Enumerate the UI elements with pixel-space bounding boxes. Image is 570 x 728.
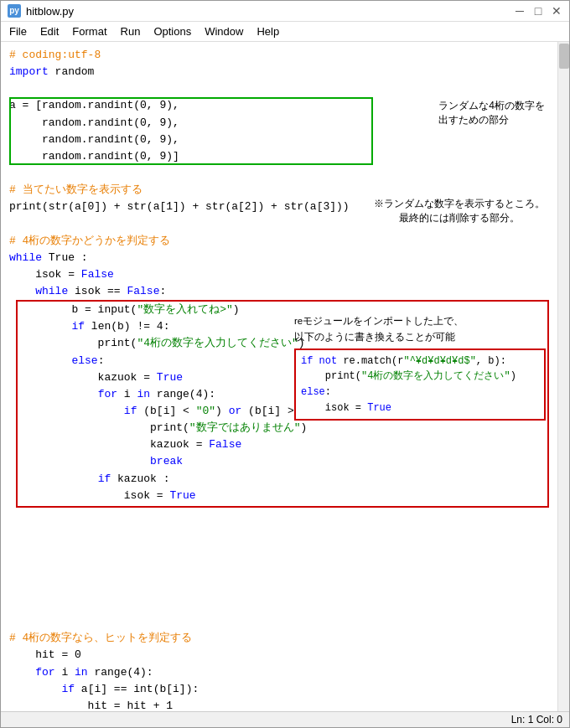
menu-run[interactable]: Run <box>116 23 146 39</box>
code-container: # coding:utf-8 import random a = [random… <box>9 47 549 711</box>
code-span: "^¥d¥d¥d¥d$" <box>403 355 475 367</box>
code-span: a = [random.randint(0, 9), <box>9 99 179 111</box>
close-button[interactable]: ✕ <box>551 5 562 17</box>
code-span: # 当てたい数字を表示する <box>9 183 142 196</box>
red-label-2: 最終的には削除する部分。 <box>374 211 545 225</box>
scrollbar[interactable] <box>557 42 569 711</box>
editor-wrapper: # coding:utf-8 import random a = [random… <box>1 42 569 711</box>
code-line <box>9 165 549 182</box>
green-label-1: ランダムな4桁の数字を <box>438 99 545 113</box>
code-span: True <box>169 489 195 502</box>
code-line-re: if not re.match(r"^¥d¥d¥d¥d$", b): <box>301 354 539 369</box>
code-span: True <box>367 402 391 414</box>
main-window: py hitblow.py ─ □ ✕ File Edit Format Run… <box>0 0 570 728</box>
code-span: random.randint(0, 9), <box>9 133 179 146</box>
editor-area[interactable]: # coding:utf-8 import random a = [random… <box>1 42 557 711</box>
code-span: random.randint(0, 9), <box>9 116 179 129</box>
code-span: for <box>98 388 117 400</box>
window-title: hitblow.py <box>26 5 514 18</box>
code-span: hit = hit + 1 <box>9 700 173 711</box>
code-span <box>19 354 71 367</box>
code-line: isok = True <box>19 488 546 504</box>
code-span: hit = 0 <box>9 648 81 661</box>
code-span: isok == <box>68 285 127 297</box>
code-span: random <box>49 65 95 78</box>
menu-edit[interactable]: Edit <box>35 23 64 39</box>
code-span <box>19 455 150 467</box>
code-span: : <box>98 354 105 367</box>
red-annotation-text1: ※ランダムな数字を表示するところ。 最終的には削除する部分。 <box>374 197 545 225</box>
red-box-2: if not re.match(r"^¥d¥d¥d¥d$", b): print… <box>294 349 546 421</box>
code-line <box>9 613 549 630</box>
code-span <box>9 285 35 297</box>
code-line-re3: else: <box>301 385 539 400</box>
code-span: # coding:utf-8 <box>9 49 101 61</box>
code-line: random.randint(0, 9)] <box>9 148 549 165</box>
code-line: while True : <box>9 250 549 266</box>
code-line: for i in range(4): <box>9 664 549 681</box>
code-span: # 4桁の数字かどうかを判定する <box>9 235 170 247</box>
code-span: print( <box>19 337 137 349</box>
code-span: : <box>159 285 166 297</box>
code-span: False <box>209 438 241 451</box>
code-line: break <box>19 453 546 470</box>
code-line: if kazuok : <box>19 471 546 488</box>
code-line: # 当てたい数字を表示する <box>9 182 549 199</box>
code-span: in <box>75 666 88 679</box>
code-span: (b[i] < <box>137 405 195 417</box>
code-span: i <box>55 666 75 679</box>
scrollbar-thumb[interactable] <box>559 44 569 69</box>
code-span: kazuok = <box>19 438 209 451</box>
code-span: len(b) != 4: <box>85 320 169 333</box>
code-line-re4: isok = True <box>301 400 539 416</box>
code-span: break <box>150 455 183 467</box>
code-span: range(4): <box>150 388 215 400</box>
code-span <box>19 472 98 485</box>
code-line <box>9 80 549 97</box>
code-span: print( <box>301 370 361 382</box>
code-span: , b): <box>476 355 506 367</box>
code-span: while <box>9 251 42 264</box>
menu-options[interactable]: Options <box>148 23 196 39</box>
code-span: "4桁の数字を入力してください" <box>137 337 298 349</box>
green-annotation-text: ランダムな4桁の数字を 出すための部分 <box>438 99 545 127</box>
code-span <box>9 683 61 695</box>
code-span: kazuok : <box>111 472 169 485</box>
code-span: b = input( <box>19 303 137 316</box>
code-span <box>19 388 98 400</box>
menu-format[interactable]: Format <box>67 23 111 39</box>
code-span <box>19 405 124 417</box>
menu-help[interactable]: Help <box>251 23 284 39</box>
code-span: if not <box>301 355 337 367</box>
code-line: print("数字ではありません") <box>19 420 546 436</box>
code-span: isok = <box>19 489 169 502</box>
code-span: ) <box>510 370 516 382</box>
code-span: i <box>117 388 137 400</box>
code-span: a[i] == int(b[i]): <box>75 683 199 695</box>
code-span: print(str(a[0]) + str(a[1]) + str(a[2]) … <box>9 200 350 213</box>
code-span: print( <box>19 421 189 434</box>
side-label-1: reモジュールをインポートした上で、 <box>294 315 546 328</box>
menu-window[interactable]: Window <box>200 23 248 39</box>
code-line: # 4桁の数字かどうかを判定する <box>9 233 549 250</box>
code-span: kazuok = <box>19 371 157 384</box>
code-span: random.randint(0, 9)] <box>9 150 179 163</box>
cursor-position: Ln: 1 Col: 0 <box>511 714 562 725</box>
code-span: ) <box>233 303 240 316</box>
code-span: in <box>137 388 150 400</box>
code-span: True <box>157 371 183 384</box>
code-span: if <box>61 683 75 695</box>
window-controls: ─ □ ✕ <box>514 5 562 17</box>
code-span <box>19 320 71 333</box>
code-span: "数字を入れてね>" <box>137 303 232 316</box>
code-span <box>9 666 35 679</box>
menu-file[interactable]: File <box>4 23 32 39</box>
app-icon: py <box>8 4 21 18</box>
code-line: random.randint(0, 9), <box>9 132 549 148</box>
code-span: False <box>127 285 159 297</box>
side-label-2: 以下のように書き換えることが可能 <box>294 331 546 343</box>
red-label-1: ※ランダムな数字を表示するところ。 <box>374 197 545 211</box>
code-line: # coding:utf-8 <box>9 47 549 64</box>
minimize-button[interactable]: ─ <box>514 5 526 17</box>
maximize-button[interactable]: □ <box>532 5 544 17</box>
